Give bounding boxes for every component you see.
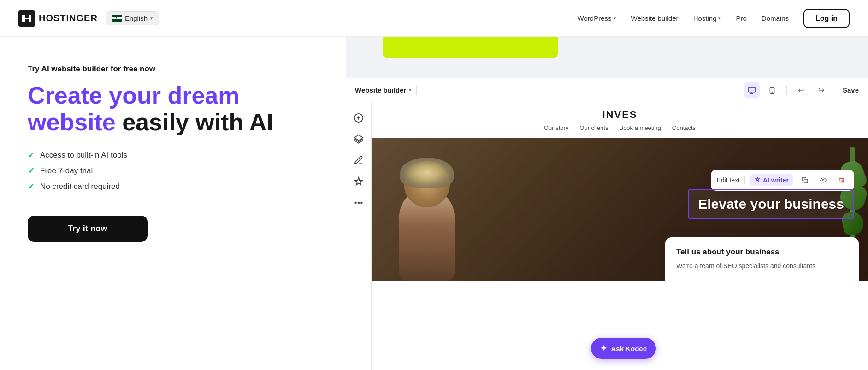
plus-circle-icon: [354, 113, 364, 123]
person-hair: [400, 158, 454, 188]
tell-card-desc: We're a team of SEO specialists and cons…: [676, 261, 848, 271]
hero-title-rest: easily with AI: [116, 109, 273, 135]
mini-site-brand: INVES: [602, 109, 637, 121]
nav-website-builder[interactable]: Website builder: [631, 14, 679, 22]
ai-writer-label: AI writer: [763, 176, 789, 184]
ai-toolbar-divider: [744, 176, 745, 184]
navbar: HOSTINGER ☪ English ▾ WordPress ▾ Websit…: [0, 0, 868, 37]
toolbar-left: Website builder ▾: [355, 85, 419, 95]
feature-text-2: Free 7-day trial: [40, 166, 93, 176]
tell-card-title: Tell us about your business: [676, 247, 848, 257]
brand-name: HOSTINGER: [39, 13, 98, 23]
hero-subtitle: Try AI website builder for free now: [28, 65, 318, 74]
feature-item-2: ✓ Free 7-day trial: [28, 166, 318, 176]
elevate-text-box[interactable]: Elevate your business: [688, 189, 854, 219]
undo-button[interactable]: ↩: [793, 82, 809, 98]
tell-us-card: Tell us about your business We're a team…: [665, 237, 859, 281]
nav-left: HOSTINGER ☪ English ▾: [18, 10, 159, 27]
svg-point-14: [822, 179, 824, 181]
ai-pen-icon: [354, 155, 364, 165]
toolbar-divider-2: [786, 85, 787, 95]
ai-edit-text-label: Edit text: [716, 176, 740, 184]
ai-writer-button[interactable]: AI writer: [750, 174, 793, 186]
hosting-chevron-icon: ▾: [718, 15, 721, 21]
canvas-area: INVES Our story Our clients Book a meeti…: [372, 102, 868, 370]
hero-title-purple: website: [28, 109, 116, 135]
layers-button[interactable]: [349, 130, 368, 148]
save-button[interactable]: Save: [843, 86, 859, 94]
nav-hosting[interactable]: Hosting ▾: [693, 14, 721, 22]
nav-center: WordPress ▾ Website builder Hosting ▾ Pr…: [578, 9, 850, 28]
feature-text-3: No credit card required: [40, 182, 120, 191]
nav-domains[interactable]: Domains: [762, 14, 789, 22]
sparkle-small-icon: [754, 177, 761, 183]
check-icon-1: ✓: [28, 150, 35, 160]
copy-icon: [802, 177, 808, 183]
kodee-icon: ✦: [600, 343, 607, 353]
ai-toolbar-popup: Edit text AI writer: [711, 170, 854, 191]
builder-toolbar: Website builder ▾ ↩ ↪: [346, 78, 868, 102]
hero-title-line1: Create your dream: [28, 82, 240, 109]
mini-nav-our-story[interactable]: Our story: [544, 124, 568, 131]
sparkle-icon: [354, 176, 364, 187]
sidebar-icons: [346, 102, 372, 370]
ai-tools-button[interactable]: [349, 151, 368, 170]
svg-point-12: [361, 202, 362, 204]
svg-point-11: [358, 202, 359, 204]
magic-button[interactable]: [349, 172, 368, 191]
person-figure: [390, 161, 464, 281]
toolbar-chevron-icon: ▾: [409, 87, 412, 93]
elevate-text: Elevate your business: [698, 196, 844, 211]
mini-site-hero: Edit text AI writer: [372, 138, 868, 281]
feature-text-1: Access to built-in AI tools: [40, 151, 127, 160]
ask-kodee-button[interactable]: ✦ Ask Kodee: [591, 338, 656, 359]
desktop-view-button[interactable]: [744, 82, 760, 98]
redo-button[interactable]: ↪: [814, 82, 829, 98]
copy-button[interactable]: [798, 173, 812, 187]
layers-icon: [354, 134, 364, 144]
delete-button[interactable]: [835, 173, 849, 187]
builder-panel: Website builder ▾ ↩ ↪: [346, 37, 868, 370]
more-options-button[interactable]: [349, 194, 368, 212]
login-button[interactable]: Log in: [803, 9, 850, 28]
feature-list: ✓ Access to built-in AI tools ✓ Free 7-d…: [28, 150, 318, 197]
nav-pro[interactable]: Pro: [736, 14, 746, 22]
eye-button[interactable]: [816, 173, 830, 187]
mobile-icon: [768, 86, 776, 94]
mini-site: INVES Our story Our clients Book a meeti…: [372, 102, 868, 370]
svg-point-10: [355, 202, 356, 204]
website-builder-label: Website builder: [355, 86, 406, 94]
mini-nav-book-meeting[interactable]: Book a meeting: [619, 124, 661, 131]
mobile-view-button[interactable]: [764, 82, 780, 98]
try-it-now-button[interactable]: Try it now: [28, 216, 148, 242]
mini-nav-contacts[interactable]: Contacts: [672, 124, 696, 131]
toolbar-actions: ↩ ↪ Save: [744, 82, 859, 98]
mini-nav-our-clients[interactable]: Our clients: [579, 124, 608, 131]
feature-item-1: ✓ Access to built-in AI tools: [28, 150, 318, 160]
more-dots-icon: [354, 198, 364, 208]
toolbar-divider: [416, 85, 417, 95]
ask-kodee-label: Ask Kodee: [611, 345, 647, 352]
svg-rect-1: [748, 87, 755, 92]
add-element-button[interactable]: [349, 109, 368, 127]
eye-icon: [820, 177, 827, 183]
trash-icon: [838, 177, 845, 183]
check-icon-2: ✓: [28, 166, 35, 176]
language-selector[interactable]: ☪ English ▾: [106, 11, 159, 25]
feature-item-3: ✓ No credit card required: [28, 182, 318, 192]
desktop-icon: [748, 86, 756, 94]
hero-section: Try AI website builder for free now Crea…: [0, 37, 346, 370]
lang-chevron-icon: ▾: [150, 15, 153, 21]
mini-site-nav: INVES Our story Our clients Book a meeti…: [372, 102, 868, 138]
lime-accent-bar: [383, 37, 558, 58]
wordpress-chevron-icon: ▾: [614, 15, 616, 21]
language-label: English: [125, 14, 148, 22]
nav-wordpress[interactable]: WordPress ▾: [578, 14, 616, 22]
flag-icon: ☪: [112, 15, 122, 22]
hero-title: Create your dream website easily with AI: [28, 82, 318, 135]
svg-rect-13: [804, 179, 808, 183]
check-icon-3: ✓: [28, 182, 35, 192]
toolbar-divider-3: [836, 85, 836, 95]
svg-point-5: [772, 92, 772, 92]
logo[interactable]: HOSTINGER: [18, 10, 98, 27]
